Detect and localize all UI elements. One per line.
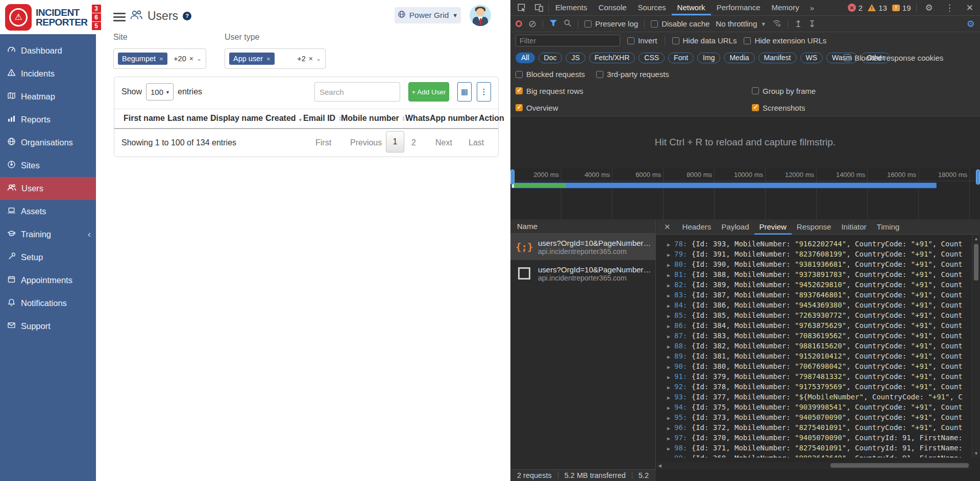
type-filter-chip[interactable]: Font bbox=[668, 53, 694, 63]
site-filter-select[interactable]: Begumpet × +20 × ⌄ bbox=[113, 48, 206, 69]
detail-tab[interactable]: Headers bbox=[677, 219, 717, 235]
network-overview-timeline[interactable]: 2000 ms4000 ms6000 ms8000 ms10000 ms1200… bbox=[510, 168, 980, 219]
json-array-row[interactable]: ▶80: {Id: 390, MobileNumber: "9381936681… bbox=[667, 259, 972, 269]
json-array-row[interactable]: ▶95: {Id: 373, MobileNumber: "9405070090… bbox=[667, 412, 972, 422]
sort-icons[interactable]: ▲▼ bbox=[299, 116, 303, 122]
expand-arrow-icon[interactable]: ▶ bbox=[667, 260, 674, 270]
sidebar-item-notifications[interactable]: Notifications bbox=[0, 292, 96, 315]
chevron-down-icon[interactable]: ⌄ bbox=[316, 55, 321, 62]
expand-arrow-icon[interactable]: ▶ bbox=[667, 250, 674, 260]
devtools-tab[interactable]: Sources bbox=[632, 0, 672, 15]
column-header[interactable]: Last name▲▼ bbox=[167, 114, 214, 123]
type-filter-chip[interactable]: CSS bbox=[639, 53, 665, 63]
expand-arrow-icon[interactable]: ▶ bbox=[667, 291, 674, 301]
type-filter-chip[interactable]: Img bbox=[697, 53, 720, 63]
type-filter-chip[interactable]: WS bbox=[800, 53, 823, 63]
sidebar-item-assets[interactable]: Assets bbox=[0, 200, 96, 223]
sidebar-item-organisations[interactable]: Organisations bbox=[0, 131, 96, 154]
json-preview-body[interactable]: ▶78: {Id: 393, MobileNumber: "9162202744… bbox=[656, 235, 972, 458]
usertype-chip[interactable]: App user × bbox=[229, 53, 275, 65]
json-array-row[interactable]: ▶99: {Id: 368, MobileNumber: "9893643649… bbox=[667, 453, 972, 458]
table-menu-button[interactable]: ⋮ bbox=[477, 82, 491, 102]
clear-network-log-icon[interactable]: ⊘ bbox=[528, 19, 536, 29]
column-header[interactable]: Email ID▲▼ bbox=[303, 114, 342, 123]
errors-badge[interactable]: ✕2 bbox=[848, 4, 863, 12]
preserve-log-checkbox[interactable]: Preserve log bbox=[584, 19, 638, 28]
big-request-rows-checkbox[interactable]: Big request rows bbox=[516, 87, 583, 95]
json-array-row[interactable]: ▶89: {Id: 381, MobileNumber: "9152010412… bbox=[667, 351, 972, 361]
expand-arrow-icon[interactable]: ▶ bbox=[667, 342, 674, 352]
json-array-row[interactable]: ▶81: {Id: 388, MobileNumber: "9373891783… bbox=[667, 269, 972, 280]
timeline-right-handle[interactable] bbox=[976, 169, 980, 185]
help-icon[interactable]: ? bbox=[183, 12, 191, 20]
request-row-selected[interactable]: {;} users?OrgId=10&PageNumber… api.incid… bbox=[510, 234, 655, 260]
export-har-icon[interactable]: ↧ bbox=[808, 19, 816, 29]
expand-arrow-icon[interactable]: ▶ bbox=[667, 332, 674, 342]
expand-arrow-icon[interactable]: ▶ bbox=[667, 321, 674, 332]
pagination-previous[interactable]: Previous bbox=[350, 138, 382, 147]
pagination-last[interactable]: Last bbox=[469, 138, 484, 147]
type-filter-chip[interactable]: Manifest bbox=[758, 53, 797, 63]
sidebar-item-support[interactable]: Support bbox=[0, 315, 96, 338]
detail-tab[interactable]: Timing bbox=[872, 219, 904, 235]
expand-arrow-icon[interactable]: ▶ bbox=[667, 454, 674, 458]
json-array-row[interactable]: ▶91: {Id: 379, MobileNumber: "7987481332… bbox=[667, 371, 972, 382]
expand-arrow-icon[interactable]: ▶ bbox=[667, 362, 674, 372]
json-array-row[interactable]: ▶82: {Id: 389, MobileNumber: "9452629810… bbox=[667, 280, 972, 290]
json-array-row[interactable]: ▶88: {Id: 382, MobileNumber: "9881615620… bbox=[667, 341, 972, 351]
sidebar-item-reports[interactable]: Reports bbox=[0, 108, 96, 131]
json-array-row[interactable]: ▶94: {Id: 375, MobileNumber: "9039998541… bbox=[667, 402, 972, 412]
type-filter-chip[interactable]: All bbox=[516, 53, 535, 63]
page-size-select[interactable]: 100▾ bbox=[146, 83, 174, 100]
hamburger-menu-icon[interactable] bbox=[113, 13, 126, 23]
overview-checkbox[interactable]: Overview bbox=[516, 104, 558, 112]
sidebar-item-heatmap[interactable]: Heatmap bbox=[0, 85, 96, 108]
usertype-filter-select[interactable]: App user × +2 × ⌄ bbox=[225, 48, 326, 69]
expand-arrow-icon[interactable]: ▶ bbox=[667, 434, 674, 444]
sidebar-item-appointments[interactable]: Appointments bbox=[0, 269, 96, 292]
blocked-response-cookies-checkbox[interactable]: Blocked response cookies bbox=[844, 49, 943, 66]
json-array-row[interactable]: ▶86: {Id: 384, MobileNumber: "9763875629… bbox=[667, 320, 972, 331]
network-conditions-icon[interactable] bbox=[772, 19, 781, 29]
device-toolbar-icon[interactable] bbox=[531, 1, 547, 14]
clear-all-icon[interactable]: × bbox=[189, 55, 193, 63]
expand-arrow-icon[interactable]: ▶ bbox=[667, 413, 674, 423]
remove-chip-icon[interactable]: × bbox=[266, 55, 271, 63]
json-array-row[interactable]: ▶85: {Id: 385, MobileNumber: "7263930772… bbox=[667, 310, 972, 320]
detail-tab[interactable]: Initiator bbox=[836, 219, 871, 235]
throttling-select[interactable]: No throttling▼ bbox=[716, 19, 766, 28]
devtools-tab[interactable]: Memory bbox=[766, 0, 805, 15]
inspect-element-icon[interactable] bbox=[513, 1, 530, 14]
devtools-tab[interactable]: Elements bbox=[550, 0, 593, 15]
column-header[interactable]: Action▲▼ bbox=[479, 114, 504, 123]
app-logo[interactable]: ⚠ INCIDENTREPORTER 365 bbox=[0, 0, 96, 34]
issues-badge[interactable]: !19 bbox=[892, 4, 911, 12]
collapse-chevron-icon[interactable]: ‹ bbox=[88, 229, 91, 240]
sidebar-item-training[interactable]: Training ‹ bbox=[0, 223, 96, 246]
json-array-row[interactable]: ▶92: {Id: 378, MobileNumber: "9175379569… bbox=[667, 382, 972, 392]
sidebar-item-users[interactable]: Users bbox=[0, 177, 96, 200]
column-header[interactable]: WhatsApp number▲▼ bbox=[405, 114, 484, 123]
sidebar-item-incidents[interactable]: Incidents bbox=[0, 62, 96, 85]
sidebar-item-dashboard[interactable]: Dashboard bbox=[0, 39, 96, 62]
json-array-row[interactable]: ▶79: {Id: 391, MobileNumber: "8237608199… bbox=[667, 249, 972, 259]
org-selector-button[interactable]: Power Grid ▼ bbox=[395, 7, 461, 23]
expand-arrow-icon[interactable]: ▶ bbox=[667, 444, 674, 454]
type-filter-chip[interactable]: Doc bbox=[538, 53, 562, 63]
expand-arrow-icon[interactable]: ▶ bbox=[667, 270, 674, 281]
expand-arrow-icon[interactable]: ▶ bbox=[667, 403, 674, 413]
network-filter-input[interactable] bbox=[516, 35, 620, 46]
json-array-row[interactable]: ▶83: {Id: 387, MobileNumber: "8937646801… bbox=[667, 290, 972, 300]
expand-arrow-icon[interactable]: ▶ bbox=[667, 352, 674, 362]
json-array-row[interactable]: ▶78: {Id: 393, MobileNumber: "9162202744… bbox=[667, 239, 972, 249]
sidebar-item-setup[interactable]: Setup bbox=[0, 246, 96, 269]
remove-chip-icon[interactable]: × bbox=[159, 55, 163, 63]
kebab-menu-icon[interactable]: ⋮ bbox=[942, 3, 958, 13]
expand-arrow-icon[interactable]: ▶ bbox=[667, 372, 674, 383]
screenshots-checkbox[interactable]: Screenshots bbox=[752, 104, 805, 112]
pagination-first[interactable]: First bbox=[315, 138, 331, 147]
detail-tab[interactable]: Preview bbox=[754, 219, 792, 235]
import-har-icon[interactable]: ↥ bbox=[794, 19, 802, 29]
expand-arrow-icon[interactable]: ▶ bbox=[667, 301, 674, 311]
clear-all-icon[interactable]: × bbox=[309, 55, 313, 63]
